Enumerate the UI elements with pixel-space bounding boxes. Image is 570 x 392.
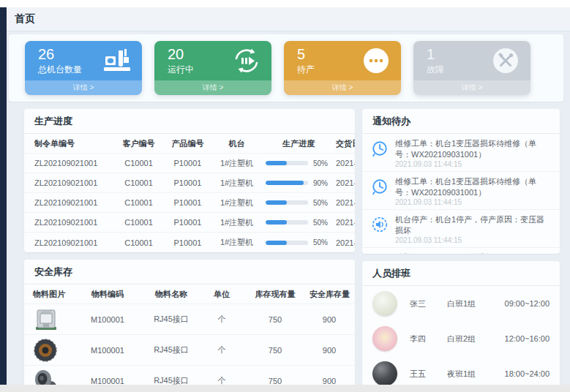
progress-bar-fill	[266, 161, 287, 165]
staff-name: 张三	[410, 298, 447, 309]
notification-body: 维修工单：机台1变压器损坏待维修（单号：WX202109031001） 2021…	[395, 138, 551, 168]
notification-body: 维修工单：机台1变压器损坏待维修（单号：WX202109031001） 2021…	[395, 176, 551, 206]
progress-bar-track	[266, 241, 308, 245]
tools-icon	[490, 47, 522, 75]
cell-material-code: M100001	[75, 346, 140, 355]
stat-card-text: 20 运行中	[168, 46, 230, 76]
pending-value: 5	[297, 46, 360, 62]
cell-machine: 1#注塑机	[212, 178, 261, 189]
cell-material-name: RJ45接口	[140, 314, 203, 325]
inventory-table-row[interactable]: M100001 RJ45接口 个 750 900	[24, 335, 355, 366]
avatar	[372, 326, 397, 351]
cell-material-code: M100001	[75, 377, 140, 385]
col-material-name: 物料名称	[140, 289, 203, 300]
total-machines-detail-link[interactable]: 详情 >	[25, 80, 142, 95]
cell-machine: 1#注塑机	[212, 197, 261, 208]
pending-detail-link[interactable]: 详情 >	[284, 80, 401, 95]
progress-bar-fill	[266, 181, 304, 185]
staff-schedule-panel: 人员排班 张三 白班1组 09:00~12:00 李四 白班2组 12:00~1…	[362, 261, 560, 391]
schedule-row[interactable]: 李四 白班2组 12:00~16:00	[362, 321, 560, 356]
stat-card-total-machines[interactable]: 26 总机台数量 详情 >	[25, 41, 142, 95]
cell-order-no: ZL202109021001	[30, 218, 114, 227]
fault-value: 1	[427, 46, 490, 62]
production-table-row[interactable]: ZL202109021001 C10001 P10001 1#注塑机 50% 2…	[24, 213, 355, 233]
cell-progress: 50%	[261, 199, 336, 207]
page-header: 首页	[7, 7, 570, 31]
progress-percent-label: 50%	[313, 159, 328, 167]
stat-card-body: 5 待产	[284, 41, 401, 80]
clock-icon	[371, 178, 389, 195]
cell-material-code: M100001	[75, 315, 140, 324]
col-machine: 机台	[212, 138, 261, 149]
cell-customer-no: C10001	[114, 159, 163, 167]
notification-item[interactable]: 维修工单：机台1变压器损坏待维修（单号：WX202109031001） 2021…	[362, 172, 560, 210]
progress-percent-label: 50%	[313, 238, 328, 246]
fault-label: 故障	[427, 64, 490, 76]
cell-order-no: ZL202109021001	[30, 159, 114, 167]
cell-order-no: ZL202109021001	[30, 238, 114, 247]
cell-safety-qty: 900	[310, 315, 349, 324]
inventory-table-header: 物料图片 物料编码 物料名称 单位 库存现有量 安全库存量	[24, 284, 355, 304]
production-table-row[interactable]: ZL202109021001 C10001 P10001 1#注塑机 50% 2…	[24, 154, 355, 173]
col-delivery-date: 交货日期	[336, 138, 355, 149]
staff-shift: 夜班1组	[447, 369, 505, 380]
cell-progress: 50%	[261, 159, 336, 167]
notification-time: 2021.09.03 11:44:15	[395, 236, 551, 244]
machine-icon	[101, 48, 133, 73]
progress-bar-track	[266, 161, 308, 165]
cell-customer-no: C10001	[114, 218, 163, 227]
notification-time: 2021.09.03 11:44:15	[395, 198, 551, 206]
notification-item[interactable]: 机台停产：机台1停产，停产原因：变压器损坏 2021.09.03 11:44:1…	[362, 210, 560, 248]
progress-percent-label: 90%	[313, 179, 328, 187]
staff-schedule-panel-title: 人员排班	[362, 261, 560, 286]
window-top-strip	[0, 0, 570, 7]
cell-product-no: P10001	[163, 218, 212, 227]
col-material-image: 物料图片	[30, 289, 75, 300]
production-table-row[interactable]: ZL202109021001 C10001 P10001 1#注塑机 50% 2…	[24, 233, 355, 252]
cell-safety-qty: 900	[310, 377, 349, 385]
notification-item[interactable]: 计划暂停：机台1生产计划已暂停 2021.09.03 11:44:15	[362, 248, 560, 254]
stat-card-fault[interactable]: 1 故障 详情 >	[413, 41, 530, 95]
left-column: 生产进度 制令单编号 客户编号 产品编号 机台 生产进度 交货日期 ZL2021…	[24, 109, 355, 392]
schedule-row[interactable]: 张三 白班1组 09:00~12:00	[362, 286, 560, 321]
running-detail-link[interactable]: 详情 >	[154, 80, 271, 95]
cell-unit: 个	[203, 344, 241, 355]
cell-delivery-date: 2021-09-10	[336, 178, 355, 187]
safety-stock-panel: 安全库存 物料图片 物料编码 物料名称 单位 库存现有量 安全库存量	[24, 260, 355, 392]
safety-stock-panel-title: 安全库存	[24, 260, 355, 284]
cell-product-no: P10001	[163, 159, 212, 167]
production-table-row[interactable]: ZL202109021001 C10001 P10001 1#注塑机 50% 2…	[24, 193, 355, 213]
page-title: 首页	[15, 12, 35, 26]
notification-item[interactable]: 维修工单：机台1变压器损坏待维修（单号：WX202109031001） 2021…	[362, 134, 560, 172]
stat-card-running[interactable]: 20 运行中	[154, 41, 271, 95]
round-speaker-image	[30, 338, 75, 363]
stat-card-pending[interactable]: 5 待产 详情 >	[284, 41, 401, 95]
total-machines-label: 总机台数量	[38, 64, 101, 76]
stat-card-body: 1 故障	[413, 41, 530, 80]
production-table-row[interactable]: ZL202109021001 C10001 P10001 1#注塑机 90% 2…	[24, 173, 355, 193]
col-unit: 单位	[203, 289, 241, 300]
collapsed-sidebar[interactable]	[0, 7, 7, 385]
cell-product-no: P10001	[163, 238, 212, 247]
production-panel-title: 生产进度	[24, 109, 355, 134]
cell-customer-no: C10001	[114, 198, 163, 207]
avatar	[372, 361, 397, 386]
staff-time: 09:00~12:00	[505, 299, 550, 308]
col-progress: 生产进度	[261, 138, 336, 149]
running-value: 20	[168, 46, 230, 62]
cell-machine: 1#注塑机	[212, 158, 261, 169]
col-material-code: 物料编码	[75, 289, 140, 300]
stat-cards-band: 26 总机台数量 详情 >	[9, 34, 563, 102]
running-label: 运行中	[168, 64, 230, 76]
progress-percent-label: 50%	[313, 199, 328, 207]
rj45-connector-image	[30, 308, 75, 331]
stat-card-text: 1 故障	[427, 46, 490, 76]
inventory-table-row[interactable]: M100001 RJ45接口 个 750 900	[24, 304, 355, 335]
cell-stock-qty: 750	[241, 346, 310, 355]
fault-detail-link[interactable]: 详情 >	[413, 80, 530, 95]
dashboard-content: 26 总机台数量 详情 >	[7, 34, 570, 392]
staff-time: 12:00~16:00	[505, 334, 550, 343]
col-customer-no: 客户编号	[114, 138, 163, 149]
cell-delivery-date: 2021-09-10	[336, 159, 355, 167]
notification-text: 维修工单：机台1变压器损坏待维修（单号：WX202109031001）	[395, 176, 551, 197]
